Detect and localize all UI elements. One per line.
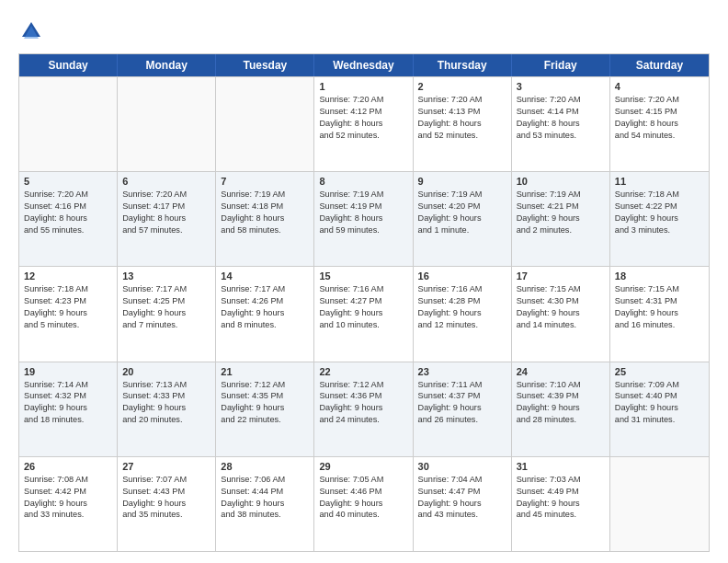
cell-info: Sunrise: 7:16 AM Sunset: 4:27 PM Dayligh… — [319, 283, 407, 331]
cell-info: Sunrise: 7:12 AM Sunset: 4:36 PM Dayligh… — [319, 379, 407, 427]
calendar-cell: 1Sunrise: 7:20 AM Sunset: 4:12 PM Daylig… — [314, 77, 413, 171]
day-number: 4 — [615, 81, 704, 92]
cell-info: Sunrise: 7:08 AM Sunset: 4:42 PM Dayligh… — [24, 474, 112, 522]
calendar-cell: 8Sunrise: 7:19 AM Sunset: 4:19 PM Daylig… — [314, 172, 413, 266]
calendar-cell: 29Sunrise: 7:05 AM Sunset: 4:46 PM Dayli… — [314, 457, 413, 551]
calendar-cell: 4Sunrise: 7:20 AM Sunset: 4:15 PM Daylig… — [610, 77, 709, 171]
calendar-cell: 16Sunrise: 7:16 AM Sunset: 4:28 PM Dayli… — [414, 267, 512, 361]
header-day: Tuesday — [216, 54, 314, 76]
cell-info: Sunrise: 7:06 AM Sunset: 4:44 PM Dayligh… — [221, 474, 309, 522]
day-number: 23 — [418, 366, 506, 377]
calendar-cell: 11Sunrise: 7:18 AM Sunset: 4:22 PM Dayli… — [610, 172, 709, 266]
calendar-cell — [19, 77, 118, 171]
day-number: 17 — [517, 270, 605, 282]
calendar-body: 1Sunrise: 7:20 AM Sunset: 4:12 PM Daylig… — [19, 76, 709, 551]
day-number: 6 — [122, 176, 210, 187]
header-day: Thursday — [414, 54, 512, 76]
day-number: 26 — [24, 461, 112, 472]
day-number: 11 — [615, 176, 704, 187]
calendar-cell: 30Sunrise: 7:04 AM Sunset: 4:47 PM Dayli… — [414, 457, 512, 551]
calendar-cell: 31Sunrise: 7:03 AM Sunset: 4:49 PM Dayli… — [512, 457, 610, 551]
cell-info: Sunrise: 7:19 AM Sunset: 4:21 PM Dayligh… — [517, 189, 605, 236]
day-number: 22 — [319, 366, 407, 377]
cell-info: Sunrise: 7:17 AM Sunset: 4:26 PM Dayligh… — [221, 283, 309, 331]
calendar-cell: 3Sunrise: 7:20 AM Sunset: 4:14 PM Daylig… — [512, 77, 610, 171]
day-number: 31 — [517, 461, 605, 472]
day-number: 27 — [122, 461, 210, 472]
cell-info: Sunrise: 7:19 AM Sunset: 4:20 PM Dayligh… — [418, 189, 506, 236]
cell-info: Sunrise: 7:03 AM Sunset: 4:49 PM Dayligh… — [517, 474, 605, 522]
day-number: 14 — [221, 270, 309, 282]
calendar-cell: 28Sunrise: 7:06 AM Sunset: 4:44 PM Dayli… — [216, 457, 314, 551]
cell-info: Sunrise: 7:18 AM Sunset: 4:23 PM Dayligh… — [24, 283, 112, 331]
calendar-row: 26Sunrise: 7:08 AM Sunset: 4:42 PM Dayli… — [19, 456, 709, 551]
cell-info: Sunrise: 7:09 AM Sunset: 4:40 PM Dayligh… — [615, 379, 704, 427]
cell-info: Sunrise: 7:20 AM Sunset: 4:14 PM Dayligh… — [517, 94, 605, 142]
cell-info: Sunrise: 7:20 AM Sunset: 4:13 PM Dayligh… — [418, 94, 506, 142]
header-day: Sunday — [19, 54, 118, 76]
day-number: 28 — [221, 461, 309, 472]
calendar-cell: 15Sunrise: 7:16 AM Sunset: 4:27 PM Dayli… — [314, 267, 413, 361]
calendar-cell: 7Sunrise: 7:19 AM Sunset: 4:18 PM Daylig… — [216, 172, 314, 266]
calendar-cell: 2Sunrise: 7:20 AM Sunset: 4:13 PM Daylig… — [414, 77, 512, 171]
calendar-cell: 19Sunrise: 7:14 AM Sunset: 4:32 PM Dayli… — [19, 362, 118, 456]
cell-info: Sunrise: 7:07 AM Sunset: 4:43 PM Dayligh… — [122, 474, 210, 522]
calendar-cell: 13Sunrise: 7:17 AM Sunset: 4:25 PM Dayli… — [118, 267, 216, 361]
cell-info: Sunrise: 7:20 AM Sunset: 4:15 PM Dayligh… — [615, 94, 704, 142]
calendar-cell: 23Sunrise: 7:11 AM Sunset: 4:37 PM Dayli… — [414, 362, 512, 456]
page: SundayMondayTuesdayWednesdayThursdayFrid… — [0, 0, 728, 563]
day-number: 18 — [615, 270, 704, 282]
cell-info: Sunrise: 7:10 AM Sunset: 4:39 PM Dayligh… — [517, 379, 605, 427]
calendar-cell — [118, 77, 216, 171]
calendar-row: 19Sunrise: 7:14 AM Sunset: 4:32 PM Dayli… — [19, 362, 709, 456]
calendar-cell: 26Sunrise: 7:08 AM Sunset: 4:42 PM Dayli… — [19, 457, 118, 551]
cell-info: Sunrise: 7:19 AM Sunset: 4:19 PM Dayligh… — [319, 189, 407, 236]
calendar-cell: 24Sunrise: 7:10 AM Sunset: 4:39 PM Dayli… — [512, 362, 610, 456]
header-day: Wednesday — [314, 54, 413, 76]
calendar: SundayMondayTuesdayWednesdayThursdayFrid… — [18, 53, 710, 552]
day-number: 29 — [319, 461, 407, 472]
day-number: 12 — [24, 270, 112, 282]
calendar-cell — [610, 457, 709, 551]
day-number: 16 — [418, 270, 506, 282]
cell-info: Sunrise: 7:14 AM Sunset: 4:32 PM Dayligh… — [24, 379, 112, 427]
calendar-cell: 9Sunrise: 7:19 AM Sunset: 4:20 PM Daylig… — [414, 172, 512, 266]
calendar-cell: 14Sunrise: 7:17 AM Sunset: 4:26 PM Dayli… — [216, 267, 314, 361]
day-number: 5 — [24, 176, 112, 187]
calendar-row: 5Sunrise: 7:20 AM Sunset: 4:16 PM Daylig… — [19, 171, 709, 266]
cell-info: Sunrise: 7:04 AM Sunset: 4:47 PM Dayligh… — [418, 474, 506, 522]
calendar-cell: 5Sunrise: 7:20 AM Sunset: 4:16 PM Daylig… — [19, 172, 118, 266]
calendar-cell: 6Sunrise: 7:20 AM Sunset: 4:17 PM Daylig… — [118, 172, 216, 266]
calendar-cell: 25Sunrise: 7:09 AM Sunset: 4:40 PM Dayli… — [610, 362, 709, 456]
day-number: 15 — [319, 270, 407, 282]
cell-info: Sunrise: 7:15 AM Sunset: 4:30 PM Dayligh… — [517, 283, 605, 331]
day-number: 25 — [615, 366, 704, 377]
day-number: 24 — [517, 366, 605, 377]
calendar-cell: 10Sunrise: 7:19 AM Sunset: 4:21 PM Dayli… — [512, 172, 610, 266]
cell-info: Sunrise: 7:12 AM Sunset: 4:35 PM Dayligh… — [221, 379, 309, 427]
cell-info: Sunrise: 7:20 AM Sunset: 4:12 PM Dayligh… — [319, 94, 407, 142]
header-day: Friday — [512, 54, 610, 76]
day-number: 13 — [122, 270, 210, 282]
day-number: 1 — [319, 81, 407, 92]
day-number: 20 — [122, 366, 210, 377]
cell-info: Sunrise: 7:18 AM Sunset: 4:22 PM Dayligh… — [615, 189, 704, 236]
header — [18, 15, 710, 44]
logo — [18, 18, 48, 44]
cell-info: Sunrise: 7:16 AM Sunset: 4:28 PM Dayligh… — [418, 283, 506, 331]
cell-info: Sunrise: 7:15 AM Sunset: 4:31 PM Dayligh… — [615, 283, 704, 331]
calendar-cell: 18Sunrise: 7:15 AM Sunset: 4:31 PM Dayli… — [610, 267, 709, 361]
cell-info: Sunrise: 7:11 AM Sunset: 4:37 PM Dayligh… — [418, 379, 506, 427]
day-number: 7 — [221, 176, 309, 187]
calendar-row: 1Sunrise: 7:20 AM Sunset: 4:12 PM Daylig… — [19, 76, 709, 171]
day-number: 21 — [221, 366, 309, 377]
day-number: 30 — [418, 461, 506, 472]
day-number: 9 — [418, 176, 506, 187]
day-number: 2 — [418, 81, 506, 92]
calendar-cell: 20Sunrise: 7:13 AM Sunset: 4:33 PM Dayli… — [118, 362, 216, 456]
calendar-cell: 17Sunrise: 7:15 AM Sunset: 4:30 PM Dayli… — [512, 267, 610, 361]
day-number: 19 — [24, 366, 112, 377]
header-day: Saturday — [610, 54, 709, 76]
calendar-cell: 27Sunrise: 7:07 AM Sunset: 4:43 PM Dayli… — [118, 457, 216, 551]
cell-info: Sunrise: 7:19 AM Sunset: 4:18 PM Dayligh… — [221, 189, 309, 236]
